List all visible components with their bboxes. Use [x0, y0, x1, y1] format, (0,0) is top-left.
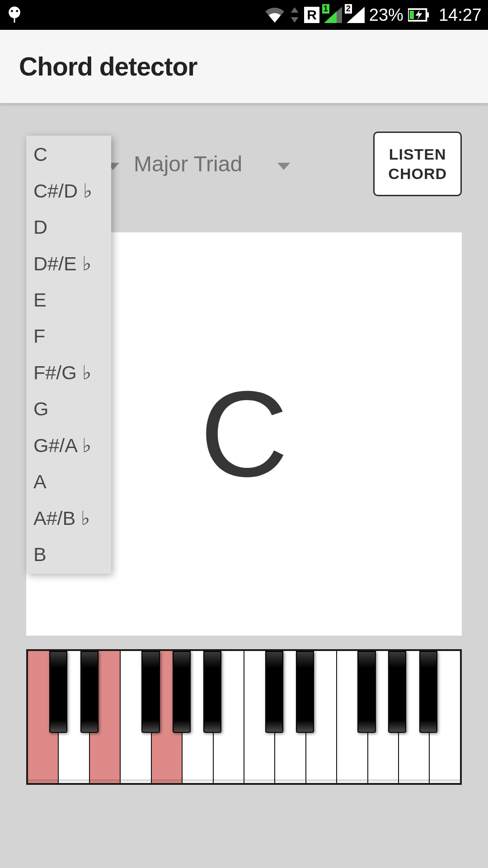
data-arrows-icon — [290, 7, 300, 23]
root-dropdown-item[interactable]: F#/G ♭ — [26, 354, 111, 391]
piano-white-key[interactable] — [214, 651, 244, 783]
piano-white-key[interactable] — [430, 651, 460, 783]
svg-rect-6 — [410, 11, 414, 19]
root-dropdown-item[interactable]: D#/E ♭ — [26, 245, 111, 282]
signal-sim1-icon: 1 — [324, 7, 342, 23]
signal-sim2-icon: 2 — [347, 7, 365, 23]
root-dropdown-item[interactable]: C#/D ♭ — [26, 173, 111, 209]
status-right: R 1 2 23% 14:27 — [264, 5, 482, 25]
root-dropdown-item[interactable]: A#/B ♭ — [26, 500, 111, 537]
battery-percent: 23% — [369, 5, 404, 25]
piano-white-key[interactable] — [152, 651, 183, 783]
listen-chord-button[interactable]: LISTEN CHORD — [373, 132, 462, 196]
root-dropdown-item[interactable]: A — [26, 464, 111, 500]
piano-white-key[interactable] — [399, 651, 430, 783]
chord-type-spinner[interactable]: Major Triad — [134, 151, 296, 176]
root-dropdown-item[interactable]: G#/A ♭ — [26, 427, 111, 464]
piano-keyboard — [26, 649, 462, 785]
status-bar: R 1 2 23% 14:27 — [0, 0, 488, 30]
root-note-dropdown: CC#/D ♭DD#/E ♭EFF#/G ♭GG#/A ♭AA#/B ♭B — [26, 136, 111, 574]
clock: 14:27 — [439, 5, 482, 25]
svg-point-0 — [9, 6, 20, 18]
wifi-icon — [264, 7, 285, 23]
piano-white-key[interactable] — [368, 651, 399, 783]
app-bar: Chord detector — [0, 30, 488, 104]
piano-white-key[interactable] — [244, 651, 275, 783]
root-dropdown-item[interactable]: B — [26, 537, 111, 573]
piano-white-key[interactable] — [59, 651, 89, 783]
piano-white-key[interactable] — [28, 651, 59, 783]
piano-white-key[interactable] — [121, 651, 151, 783]
svg-rect-5 — [427, 12, 429, 17]
page-title: Chord detector — [19, 52, 469, 81]
piano-white-key[interactable] — [337, 651, 368, 783]
battery-charging-icon — [408, 8, 430, 22]
piano-white-key[interactable] — [275, 651, 306, 783]
piano-white-key[interactable] — [183, 651, 213, 783]
chord-type-selected-label: Major Triad — [134, 151, 242, 176]
svg-rect-3 — [14, 18, 15, 23]
piano-white-key[interactable] — [90, 651, 121, 783]
root-dropdown-item[interactable]: E — [26, 282, 111, 318]
chevron-down-icon — [277, 163, 290, 170]
root-dropdown-item[interactable]: C — [26, 137, 111, 173]
android-debug-icon — [6, 6, 23, 24]
root-dropdown-item[interactable]: G — [26, 391, 111, 427]
piano-white-key[interactable] — [306, 651, 337, 783]
current-chord-label: C — [200, 373, 288, 495]
roaming-badge: R — [304, 7, 319, 23]
svg-point-1 — [11, 10, 13, 12]
svg-point-2 — [16, 10, 18, 12]
root-dropdown-item[interactable]: F — [26, 318, 111, 354]
status-left — [6, 6, 23, 24]
white-keys-row — [28, 651, 460, 783]
root-dropdown-item[interactable]: D — [26, 209, 111, 245]
